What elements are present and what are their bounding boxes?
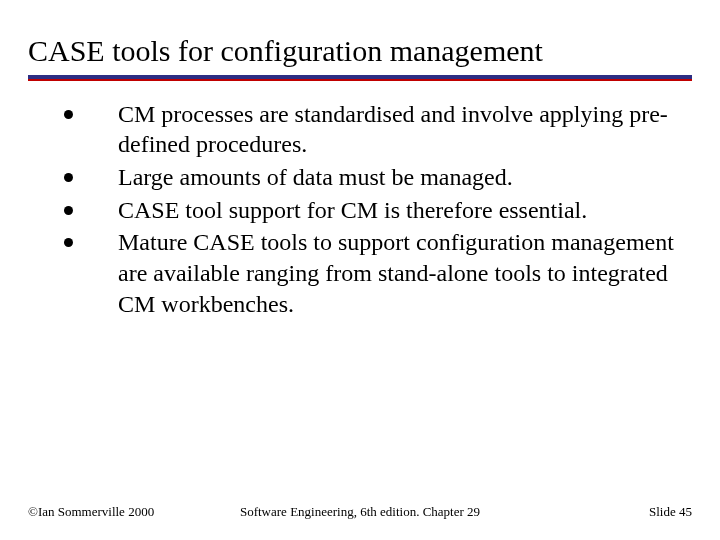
title-area: CASE tools for configuration management <box>0 0 720 81</box>
bullet-text: Large amounts of data must be managed. <box>118 164 513 190</box>
footer: ©Ian Sommerville 2000 Software Engineeri… <box>0 504 720 520</box>
bullet-text: CM processes are standardised and involv… <box>118 101 668 158</box>
bullet-list: CM processes are standardised and involv… <box>64 99 680 320</box>
slide-title: CASE tools for configuration management <box>28 34 692 69</box>
slide: CASE tools for configuration management … <box>0 0 720 540</box>
body-area: CM processes are standardised and involv… <box>0 81 720 320</box>
list-item: CASE tool support for CM is therefore es… <box>64 195 680 226</box>
list-item: Large amounts of data must be managed. <box>64 162 680 193</box>
footer-center: Software Engineering, 6th edition. Chapt… <box>0 504 720 520</box>
list-item: CM processes are standardised and involv… <box>64 99 680 160</box>
bullet-text: CASE tool support for CM is therefore es… <box>118 197 587 223</box>
list-item: Mature CASE tools to support configurati… <box>64 227 680 319</box>
bullet-text: Mature CASE tools to support configurati… <box>118 229 674 316</box>
